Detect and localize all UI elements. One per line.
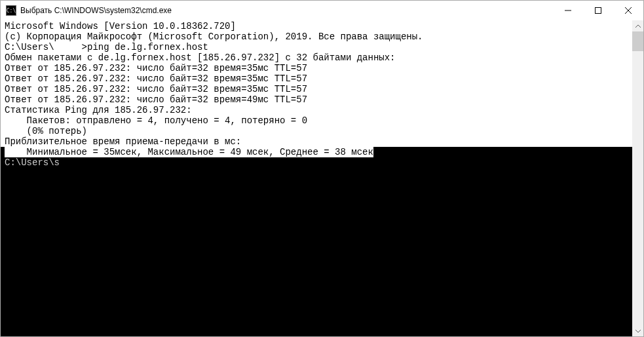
- prompt-line: C:\Users\s: [5, 157, 632, 168]
- output-line: Статистика Ping для 185.26.97.232:: [5, 105, 632, 115]
- scroll-up-button[interactable]: [632, 20, 643, 31]
- scroll-track[interactable]: [632, 31, 643, 325]
- scroll-thumb[interactable]: [632, 31, 643, 51]
- cmd-window: C:\ Выбрать C:\WINDOWS\system32\cmd.exe …: [0, 0, 644, 337]
- client-area: Microsoft Windows [Version 10.0.18362.72…: [1, 20, 643, 336]
- output-line: Минимальное = 35мсек, Максимальное = 49 …: [5, 147, 632, 157]
- output-line: (c) Корпорация Майкрософт (Microsoft Cor…: [5, 31, 632, 42]
- scroll-down-button[interactable]: [632, 325, 643, 336]
- cmd-icon: C:\: [6, 5, 16, 16]
- terminal[interactable]: Microsoft Windows [Version 10.0.18362.72…: [1, 20, 632, 336]
- output-line: Ответ от 185.26.97.232: число байт=32 вр…: [5, 94, 632, 105]
- output-line: Обмен пакетами с de.lg.fornex.host [185.…: [5, 52, 632, 63]
- output-line: Ответ от 185.26.97.232: число байт=32 вр…: [5, 63, 632, 73]
- vertical-scrollbar[interactable]: [632, 20, 643, 336]
- output-line: Microsoft Windows [Version 10.0.18362.72…: [5, 21, 632, 31]
- maximize-icon: [595, 7, 601, 14]
- output-line: Ответ от 185.26.97.232: число байт=32 вр…: [5, 73, 632, 84]
- chevron-down-icon: [635, 329, 641, 333]
- output-line: Приблизительное время приема-передачи в …: [5, 136, 632, 147]
- output-line: Ответ от 185.26.97.232: число байт=32 вр…: [5, 84, 632, 94]
- selected-region: Microsoft Windows [Version 10.0.18362.72…: [1, 20, 632, 147]
- maximize-button[interactable]: [583, 1, 613, 20]
- chevron-up-icon: [635, 24, 641, 28]
- close-button[interactable]: [613, 1, 643, 20]
- close-icon: [625, 7, 632, 14]
- selection-tail: Минимальное = 35мсек, Максимальное = 49 …: [5, 147, 373, 157]
- window-controls: [553, 1, 643, 20]
- minimize-button[interactable]: [553, 1, 583, 20]
- minimize-icon: [565, 7, 571, 14]
- window-title: Выбрать C:\WINDOWS\system32\cmd.exe: [20, 6, 553, 15]
- titlebar[interactable]: C:\ Выбрать C:\WINDOWS\system32\cmd.exe: [1, 1, 643, 20]
- unselected-region: Минимальное = 35мсек, Максимальное = 49 …: [1, 147, 632, 168]
- prompt-line: C:\Users\ >ping de.lg.fornex.host: [5, 42, 632, 52]
- output-line: (0% потерь): [5, 126, 632, 136]
- output-line: Пакетов: отправлено = 4, получено = 4, п…: [5, 115, 632, 126]
- svg-rect-1: [596, 8, 601, 14]
